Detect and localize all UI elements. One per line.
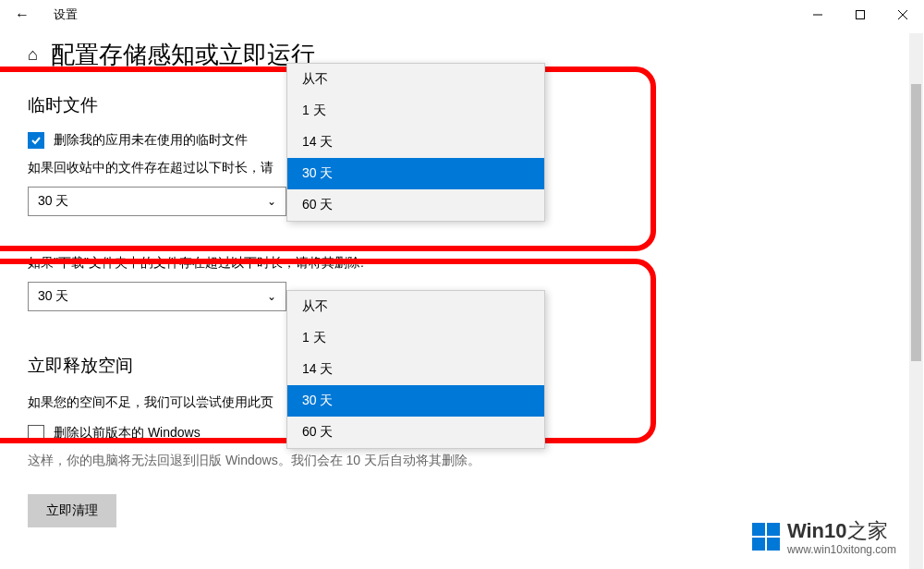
content-area: ⌂ 配置存储感知或立即运行 临时文件 删除我的应用未在使用的临时文件 如果回收站… [0, 30, 924, 527]
dropdown-option[interactable]: 1 天 [287, 95, 544, 127]
back-button[interactable]: ← [7, 0, 37, 30]
windows-logo-icon [752, 523, 780, 551]
maximize-button[interactable] [839, 0, 881, 30]
minimize-button[interactable] [796, 0, 839, 30]
dropdown-option[interactable]: 60 天 [287, 189, 544, 221]
watermark: Win10之家 www.win10xitong.com [752, 517, 896, 556]
recycle-dropdown[interactable]: 从不1 天14 天30 天60 天 [286, 63, 545, 222]
dropdown-option[interactable]: 从不 [287, 64, 544, 95]
chevron-down-icon: ⌄ [267, 290, 276, 303]
dropdown-option[interactable]: 1 天 [287, 322, 544, 354]
downloads-combo[interactable]: 30 天 ⌄ [28, 282, 286, 311]
dropdown-option[interactable]: 30 天 [287, 385, 544, 417]
close-button[interactable] [881, 0, 924, 30]
svg-rect-1 [857, 11, 865, 19]
recycle-combo-value: 30 天 [38, 193, 68, 210]
watermark-suffix: 之家 [847, 519, 888, 542]
recycle-combo[interactable]: 30 天 ⌄ [28, 187, 286, 216]
app-title: 设置 [54, 6, 78, 23]
old-windows-label: 删除以前版本的 Windows [54, 425, 201, 442]
downloads-desc: 如果"下载"文件夹中的文件存在超过以下时长，请将其删除: [28, 253, 896, 272]
downloads-dropdown[interactable]: 从不1 天14 天30 天60 天 [286, 290, 545, 449]
delete-temp-checkbox[interactable] [28, 132, 44, 149]
scrollbar-thumb[interactable] [911, 84, 921, 361]
scrollbar[interactable] [909, 33, 923, 569]
old-windows-desc: 这样，你的电脑将无法回退到旧版 Windows。我们会在 10 天后自动将其删除… [28, 451, 896, 470]
dropdown-option[interactable]: 60 天 [287, 417, 544, 448]
old-windows-checkbox[interactable] [28, 425, 44, 442]
titlebar: ← 设置 [0, 0, 924, 30]
dropdown-option[interactable]: 30 天 [287, 158, 544, 189]
clean-now-button[interactable]: 立即清理 [28, 494, 116, 527]
dropdown-option[interactable]: 14 天 [287, 354, 544, 385]
page-title: 配置存储感知或立即运行 [51, 39, 315, 71]
watermark-url: www.win10xitong.com [787, 543, 896, 556]
watermark-brand: Win10 [787, 519, 847, 542]
chevron-down-icon: ⌄ [267, 195, 276, 208]
delete-temp-label: 删除我的应用未在使用的临时文件 [54, 132, 248, 149]
dropdown-option[interactable]: 从不 [287, 291, 544, 322]
dropdown-option[interactable]: 14 天 [287, 127, 544, 158]
downloads-combo-value: 30 天 [38, 288, 68, 305]
home-icon[interactable]: ⌂ [28, 45, 38, 65]
window-controls [796, 0, 924, 30]
